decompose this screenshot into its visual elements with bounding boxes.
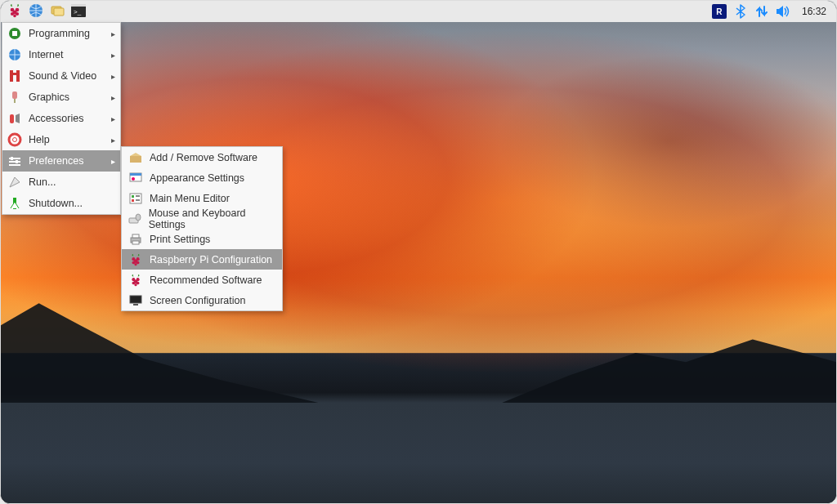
submenu-item-screen-configuration[interactable]: Screen Configuration xyxy=(122,290,282,310)
menu-item-label: Run... xyxy=(29,176,115,188)
svg-rect-25 xyxy=(11,157,13,160)
menu-item-preferences[interactable]: Preferences ▸ xyxy=(2,150,120,172)
app-menu-button[interactable] xyxy=(6,2,24,20)
svg-rect-17 xyxy=(12,91,17,99)
volume-icon xyxy=(776,5,790,18)
svg-point-51 xyxy=(132,281,136,284)
help-icon xyxy=(7,132,22,147)
menu-item-internet[interactable]: Internet ▸ xyxy=(2,44,120,65)
menu-item-accessories[interactable]: Accessories ▸ xyxy=(2,108,120,129)
internet-icon xyxy=(7,47,22,62)
svg-point-31 xyxy=(132,177,135,181)
bluetooth-tray[interactable] xyxy=(732,2,750,20)
svg-rect-19 xyxy=(10,114,14,123)
svg-rect-18 xyxy=(14,99,16,103)
svg-rect-33 xyxy=(132,195,134,198)
appearance-icon xyxy=(128,171,143,185)
svg-rect-41 xyxy=(132,241,139,244)
vnc-icon: R xyxy=(712,4,727,19)
chevron-right-icon: ▸ xyxy=(111,72,115,81)
raspberry-icon xyxy=(8,3,21,20)
menu-item-run[interactable]: Run... xyxy=(2,172,120,193)
menu-item-label: Sound & Video xyxy=(29,70,105,82)
submenu-item-print-settings[interactable]: Print Settings xyxy=(122,229,282,249)
svg-rect-15 xyxy=(16,70,20,82)
svg-point-53 xyxy=(134,283,137,286)
folders-icon xyxy=(49,4,65,20)
programming-icon xyxy=(7,26,22,41)
chevron-right-icon: ▸ xyxy=(111,51,115,60)
submenu-item-label: Appearance Settings xyxy=(150,172,244,184)
svg-rect-55 xyxy=(133,304,138,306)
svg-point-21 xyxy=(13,138,17,142)
svg-rect-10 xyxy=(71,4,86,7)
submenu-item-label: Print Settings xyxy=(150,234,210,245)
svg-rect-26 xyxy=(16,160,18,163)
file-manager-launcher[interactable] xyxy=(48,2,66,20)
svg-point-3 xyxy=(11,11,14,15)
accessories-icon xyxy=(7,111,22,126)
menu-item-graphics[interactable]: Graphics ▸ xyxy=(2,87,120,108)
package-icon xyxy=(128,150,143,165)
menu-item-label: Graphics xyxy=(29,91,105,103)
svg-rect-32 xyxy=(130,194,141,203)
volume-tray[interactable] xyxy=(774,2,792,20)
svg-rect-14 xyxy=(10,70,13,82)
submenu-item-main-menu-editor[interactable]: Main Menu Editor xyxy=(122,188,282,208)
svg-rect-54 xyxy=(130,296,141,303)
submenu-item-add-remove-software[interactable]: Add / Remove Software xyxy=(122,147,282,167)
chevron-right-icon: ▸ xyxy=(111,136,115,145)
bluetooth-icon xyxy=(735,4,746,19)
svg-rect-36 xyxy=(136,199,140,201)
menu-item-programming[interactable]: Programming ▸ xyxy=(2,23,120,44)
submenu-item-recommended-software[interactable]: Recommended Software xyxy=(122,270,282,290)
globe-icon xyxy=(29,3,43,20)
chevron-right-icon: ▸ xyxy=(111,29,115,38)
svg-rect-34 xyxy=(132,199,134,202)
menu-item-label: Internet xyxy=(29,49,105,60)
raspberry-icon xyxy=(128,252,143,267)
terminal-icon: >_ xyxy=(71,4,86,20)
desktop-frame: >_ R xyxy=(0,0,837,504)
application-menu: Programming ▸ Internet ▸ Sound & Video ▸… xyxy=(2,22,121,215)
svg-point-52 xyxy=(137,281,140,284)
submenu-item-label: Mouse and Keyboard Settings xyxy=(149,207,275,230)
svg-rect-8 xyxy=(54,8,64,16)
svg-text:>_: >_ xyxy=(74,8,82,16)
svg-rect-35 xyxy=(136,195,140,197)
chevron-right-icon: ▸ xyxy=(111,93,115,102)
menu-item-label: Accessories xyxy=(29,113,105,124)
svg-rect-30 xyxy=(130,173,141,176)
network-icon xyxy=(754,4,769,19)
preferences-submenu: Add / Remove Software Appearance Setting… xyxy=(121,146,283,311)
vnc-tray[interactable]: R xyxy=(710,2,728,20)
chevron-right-icon: ▸ xyxy=(111,114,115,123)
submenu-item-appearance-settings[interactable]: Appearance Settings xyxy=(122,167,282,188)
menu-item-label: Programming xyxy=(29,28,105,39)
shutdown-icon xyxy=(7,196,22,211)
menu-item-shutdown[interactable]: Shutdown... xyxy=(2,193,120,214)
svg-point-4 xyxy=(16,11,19,15)
printer-icon xyxy=(128,232,143,247)
panel-clock[interactable]: 16:32 xyxy=(802,6,826,17)
sound-video-icon xyxy=(7,69,22,83)
submenu-item-mouse-keyboard[interactable]: Mouse and Keyboard Settings xyxy=(122,208,282,229)
network-tray[interactable] xyxy=(753,2,771,20)
mouse-keyboard-icon xyxy=(128,212,142,226)
monitor-icon xyxy=(128,293,143,308)
system-tray: R xyxy=(710,2,831,20)
svg-rect-28 xyxy=(130,156,141,163)
submenu-item-label: Recommended Software xyxy=(150,274,262,286)
menu-item-sound-video[interactable]: Sound & Video ▸ xyxy=(2,65,120,87)
menu-editor-icon xyxy=(128,191,143,206)
terminal-launcher[interactable]: >_ xyxy=(69,2,87,20)
svg-point-38 xyxy=(136,214,141,221)
panel-launchers: >_ xyxy=(6,2,87,20)
submenu-item-label: Add / Remove Software xyxy=(150,152,257,163)
browser-launcher[interactable] xyxy=(27,2,45,20)
svg-rect-16 xyxy=(13,73,16,75)
menu-item-help[interactable]: Help ▸ xyxy=(2,129,120,150)
submenu-item-raspberry-pi-configuration[interactable]: Raspberry Pi Configuration xyxy=(122,249,282,270)
preferences-icon xyxy=(7,154,22,168)
svg-rect-23 xyxy=(9,161,20,163)
